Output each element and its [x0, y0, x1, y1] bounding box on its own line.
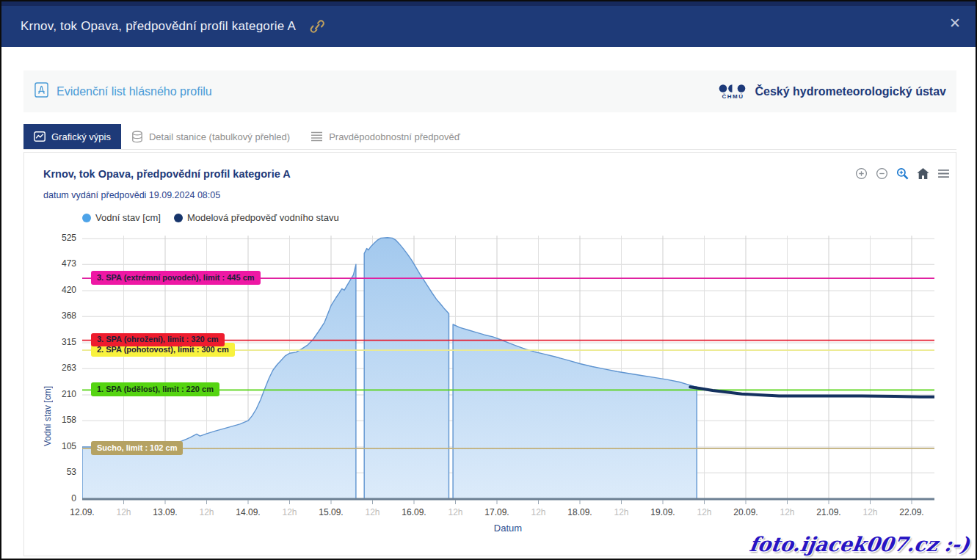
chmu-logo-text: ČHMÚ: [722, 94, 744, 100]
legend-item[interactable]: Vodní stav [cm]: [82, 212, 161, 223]
watermark: foto.ijacek007.cz :-): [748, 533, 971, 556]
tab-label: Detail stanice (tabulkový přehled): [149, 131, 290, 142]
legend-label: Modelová předpověď vodního stavu: [187, 212, 339, 223]
y-tick-label: 473: [44, 258, 76, 269]
y-tick-label: 53: [44, 467, 76, 477]
x-halftick-label: 12h: [780, 507, 794, 517]
tab-detail-stanice[interactable]: Detail stanice (tabulkový přehled): [121, 124, 300, 149]
x-axis-tick-marks: [124, 500, 912, 504]
link-icon[interactable]: [309, 19, 325, 34]
legend-label: Vodní stav [cm]: [95, 212, 161, 223]
x-tick-label: 14.09.: [236, 507, 260, 517]
legend-color-dot: [82, 214, 91, 222]
forecast-line: [690, 387, 934, 397]
x-halftick-label: 12h: [862, 507, 877, 517]
tab-label: Pravděpodobnostní předpověď: [329, 131, 460, 142]
chmu-logo: ČHMÚ: [718, 84, 747, 100]
limit-label: 3. SPA (ohrožení), limit : 320 cm: [91, 333, 225, 347]
y-tick-label: 158: [44, 415, 76, 425]
tab-bar: Grafický výpisDetail stanice (tabulkový …: [23, 124, 956, 150]
y-tick-label: 315: [44, 337, 76, 347]
x-tick-label: 19.09.: [650, 507, 675, 517]
pdf-file-icon: [34, 82, 48, 101]
x-halftick-label: 12h: [199, 507, 214, 517]
x-halftick-label: 12h: [116, 507, 131, 517]
x-tick-label: 13.09.: [153, 507, 177, 517]
box-select-zoom-button[interactable]: [896, 167, 909, 180]
x-halftick-label: 12h: [531, 507, 545, 517]
organization-branding: ČHMÚ Český hydrometeorologický ústav: [718, 84, 946, 100]
y-tick-label: 105: [44, 441, 76, 451]
limit-label: 1. SPA (bdělost), limit : 220 cm: [91, 382, 219, 396]
x-tick-label: 12.09.: [70, 507, 94, 517]
legend-item[interactable]: Modelová předpověď vodního stavu: [174, 212, 339, 223]
lines-icon: [310, 131, 323, 142]
y-tick-label: 263: [44, 363, 76, 373]
y-tick-label: 368: [44, 310, 76, 321]
x-tick-label: 17.09.: [484, 507, 509, 517]
tab-label: Grafický výpis: [51, 131, 111, 142]
chart-legend: Vodní stav [cm]Modelová předpověď vodníh…: [82, 212, 339, 223]
chart-icon: [34, 131, 46, 142]
y-tick-label: 0: [44, 493, 76, 503]
chart-subtitle: datum vydání předpovědi 19.09.2024 08:05: [43, 190, 220, 200]
x-halftick-label: 12h: [697, 507, 711, 517]
x-tick-label: 15.09.: [319, 507, 343, 517]
database-icon: [131, 131, 143, 143]
zoom-in-button[interactable]: [855, 167, 868, 180]
chart-title: Krnov, tok Opava, předpovědní profil kat…: [43, 168, 291, 180]
close-icon[interactable]: ✕: [945, 13, 965, 33]
x-halftick-label: 12h: [365, 507, 379, 517]
tab-pravdepodobnostni-predpoved[interactable]: Pravděpodobnostní předpověď: [300, 124, 471, 149]
document-strip: Evidenční list hlásného profilu ČHMÚ Čes…: [23, 70, 956, 112]
chart-toolbar: [855, 167, 950, 180]
zoom-out-button[interactable]: [876, 167, 888, 180]
limit-label: Sucho, limit : 102 cm: [91, 441, 183, 455]
x-halftick-label: 12h: [448, 507, 462, 517]
organization-name: Český hydrometeorologický ústav: [755, 85, 946, 98]
x-tick-label: 22.09.: [899, 507, 923, 517]
y-tick-label: 525: [44, 233, 76, 243]
legend-color-dot: [174, 214, 183, 222]
reset-view-button[interactable]: [917, 168, 929, 179]
flood-forecast-modal: Krnov, tok Opava, předpovědní profil kat…: [0, 0, 977, 560]
tab-graficky-vypis[interactable]: Grafický výpis: [23, 124, 121, 149]
pdf-link-label: Evidenční list hlásného profilu: [57, 85, 212, 98]
x-tick-label: 16.09.: [402, 507, 426, 517]
modal-title: Krnov, tok Opava, předpovědní profil kat…: [21, 19, 296, 34]
y-tick-label: 210: [44, 389, 76, 399]
x-tick-label: 18.09.: [567, 507, 592, 517]
modal-header: Krnov, tok Opava, předpovědní profil kat…: [1, 1, 976, 47]
menu-button[interactable]: [937, 169, 950, 178]
x-tick-label: 21.09.: [816, 507, 840, 517]
x-tick-label: 20.09.: [733, 507, 758, 517]
x-axis-title: Datum: [494, 523, 522, 534]
limit-label: 3. SPA (extrémní povodeň), limit : 445 c…: [91, 271, 261, 285]
x-halftick-label: 12h: [614, 507, 628, 517]
y-tick-label: 420: [44, 285, 76, 295]
pdf-link[interactable]: Evidenční list hlásného profilu: [34, 82, 212, 101]
x-halftick-label: 12h: [282, 507, 297, 517]
